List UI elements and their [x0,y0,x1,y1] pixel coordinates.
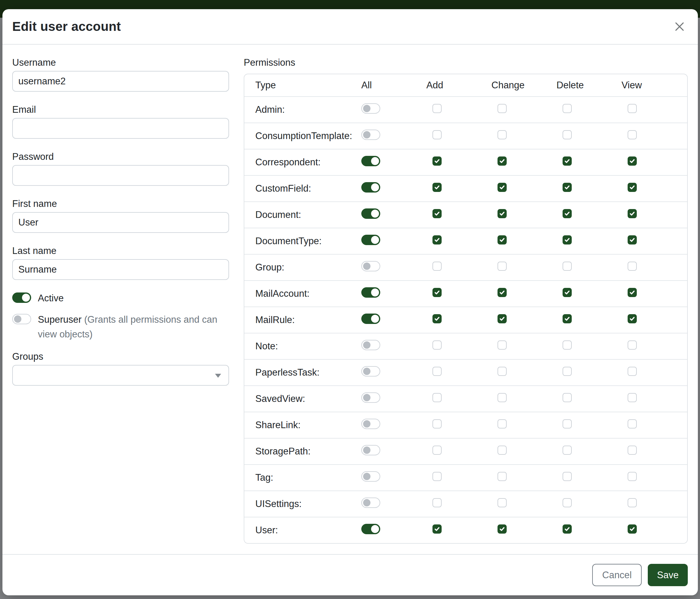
permission-view-checkbox[interactable] [628,209,637,218]
permission-add-checkbox[interactable] [432,314,442,324]
permission-add-checkbox[interactable] [432,524,442,534]
permission-all-toggle[interactable] [361,103,380,114]
permission-delete-checkbox[interactable] [562,288,572,297]
permission-view-checkbox[interactable] [628,104,637,113]
cancel-button[interactable]: Cancel [592,564,642,586]
permission-delete-checkbox[interactable] [562,446,572,455]
permission-all-toggle[interactable] [361,498,380,508]
column-header-view: View [622,80,687,91]
permission-add-checkbox[interactable] [432,157,442,166]
permission-all-toggle[interactable] [361,445,380,455]
permission-all-toggle[interactable] [361,471,380,482]
permission-add-checkbox[interactable] [432,235,442,244]
check-icon [499,237,505,243]
superuser-toggle[interactable] [12,314,31,324]
permission-change-checkbox[interactable] [498,130,507,139]
permission-change-checkbox[interactable] [498,235,507,244]
permission-view-checkbox[interactable] [628,288,637,297]
permission-all-toggle[interactable] [361,340,380,350]
permission-view-checkbox[interactable] [628,367,637,376]
permission-view-checkbox[interactable] [628,419,637,429]
permission-all-toggle[interactable] [361,287,380,298]
permission-delete-checkbox[interactable] [562,104,572,113]
permission-change-checkbox[interactable] [498,104,507,113]
permission-change-checkbox[interactable] [498,472,507,481]
permission-view-checkbox[interactable] [628,472,637,481]
permission-add-checkbox[interactable] [432,446,442,455]
permission-add-checkbox[interactable] [432,419,442,429]
permission-view-checkbox[interactable] [628,446,637,455]
permission-all-toggle[interactable] [361,235,380,245]
permission-all-toggle[interactable] [361,182,380,193]
permission-change-checkbox[interactable] [498,209,507,218]
email-input[interactable] [12,118,229,139]
permission-delete-checkbox[interactable] [562,419,572,429]
permission-change-checkbox[interactable] [498,157,507,166]
permission-delete-checkbox[interactable] [562,130,572,139]
permission-all-toggle[interactable] [361,156,380,166]
permission-view-checkbox[interactable] [628,262,637,271]
permission-delete-checkbox[interactable] [562,157,572,166]
permission-type-label: Document: [244,209,361,220]
permission-delete-checkbox[interactable] [562,472,572,481]
permission-view-checkbox[interactable] [628,183,637,192]
permission-delete-checkbox[interactable] [562,209,572,218]
close-button[interactable] [672,19,687,34]
permission-delete-checkbox[interactable] [562,498,572,507]
permission-delete-checkbox[interactable] [562,393,572,402]
permission-view-checkbox[interactable] [628,340,637,350]
permission-change-checkbox[interactable] [498,183,507,192]
permission-delete-checkbox[interactable] [562,235,572,244]
permission-add-checkbox[interactable] [432,209,442,218]
permission-all-toggle[interactable] [361,314,380,324]
permission-view-checkbox[interactable] [628,393,637,402]
permission-all-toggle[interactable] [361,209,380,219]
password-input[interactable] [12,165,229,186]
permissions-header-row: Type All Add Change Delete View [244,74,687,96]
permission-change-checkbox[interactable] [498,498,507,507]
permission-view-checkbox[interactable] [628,498,637,507]
permission-all-toggle[interactable] [361,419,380,429]
permission-add-checkbox[interactable] [432,104,442,113]
permission-delete-checkbox[interactable] [562,524,572,534]
permission-delete-checkbox[interactable] [562,314,572,324]
permission-add-checkbox[interactable] [432,367,442,376]
permission-change-checkbox[interactable] [498,524,507,534]
permission-add-checkbox[interactable] [432,288,442,297]
last-name-input[interactable] [12,259,229,280]
permission-all-toggle[interactable] [361,261,380,271]
permission-view-checkbox[interactable] [628,524,637,534]
username-input[interactable] [12,71,229,92]
permission-all-toggle[interactable] [361,366,380,377]
permission-delete-checkbox[interactable] [562,367,572,376]
permission-change-checkbox[interactable] [498,262,507,271]
permission-change-checkbox[interactable] [498,446,507,455]
permission-add-checkbox[interactable] [432,472,442,481]
permission-all-toggle[interactable] [361,524,380,534]
permission-delete-checkbox[interactable] [562,340,572,350]
permission-add-checkbox[interactable] [432,262,442,271]
permission-delete-checkbox[interactable] [562,183,572,192]
permission-view-checkbox[interactable] [628,235,637,244]
permission-view-checkbox[interactable] [628,130,637,139]
permission-change-checkbox[interactable] [498,367,507,376]
permission-add-checkbox[interactable] [432,130,442,139]
permission-all-toggle[interactable] [361,392,380,403]
permission-delete-checkbox[interactable] [562,262,572,271]
permission-view-checkbox[interactable] [628,314,637,324]
groups-select[interactable] [12,365,229,386]
permission-all-toggle[interactable] [361,129,380,140]
permission-change-checkbox[interactable] [498,314,507,324]
permission-change-checkbox[interactable] [498,340,507,350]
permission-change-checkbox[interactable] [498,419,507,429]
permission-add-checkbox[interactable] [432,183,442,192]
permission-view-checkbox[interactable] [628,157,637,166]
first-name-input[interactable] [12,212,229,233]
permission-add-checkbox[interactable] [432,340,442,350]
permission-add-checkbox[interactable] [432,498,442,507]
permission-add-checkbox[interactable] [432,393,442,402]
permission-change-checkbox[interactable] [498,288,507,297]
permission-change-checkbox[interactable] [498,393,507,402]
active-toggle[interactable] [12,292,31,303]
save-button[interactable]: Save [648,564,688,586]
